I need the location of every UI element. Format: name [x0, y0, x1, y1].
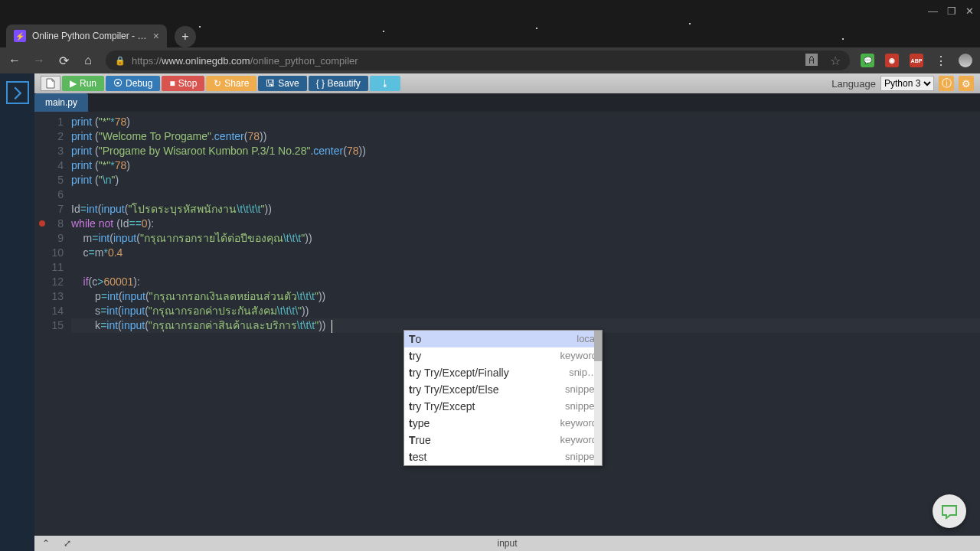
maximize-icon[interactable]: ❐ [947, 5, 956, 17]
file-tabs: main.py [34, 93, 980, 112]
home-icon[interactable]: ⌂ [81, 54, 95, 67]
extension-line-icon[interactable]: 💬 [861, 54, 874, 67]
settings-button[interactable]: ⚙ [959, 76, 974, 91]
bookmark-star-icon[interactable]: ☆ [830, 54, 841, 68]
window-titlebar: — ❐ ✕ [0, 0, 980, 21]
share-button[interactable]: ↻ Share [206, 76, 256, 91]
help-bubble-button[interactable] [933, 494, 966, 528]
new-file-button[interactable] [41, 76, 60, 91]
autocomplete-popup[interactable]: Tolocaltrykeywordtry Try/Except/Finallys… [403, 330, 603, 466]
minimize-icon[interactable]: — [928, 5, 938, 17]
url-text: https://www.onlinegdb.com/online_python_… [132, 55, 358, 67]
code-editor[interactable]: 123456789101112131415 print ("*"*78)prin… [34, 112, 980, 551]
save-button[interactable]: 🖫 Save [258, 76, 306, 91]
tab-favicon: ⚡ [14, 30, 26, 42]
run-button[interactable]: ▶ Run [62, 76, 104, 91]
app-toolbar: ▶ Run ⦿ Debug ■ Stop ↻ Share 🖫 Save { } … [34, 73, 980, 93]
browser-tabbar: ⚡ Online Python Compiler - online… × + [0, 21, 980, 47]
new-tab-button[interactable]: + [175, 26, 196, 47]
file-tab-main[interactable]: main.py [34, 93, 88, 112]
autocomplete-item[interactable]: try Try/Except/Finallysnip… [404, 364, 602, 381]
address-bar[interactable]: 🔒 https://www.onlinegdb.com/online_pytho… [106, 51, 850, 70]
autocomplete-scrollbar[interactable] [594, 331, 602, 465]
panel-toggle-icon[interactable]: ⌃ [42, 538, 50, 549]
language-label: Language [831, 78, 876, 90]
language-select[interactable]: Python 3 [880, 76, 934, 91]
line-gutter: 123456789101112131415 [34, 112, 71, 551]
debug-button[interactable]: ⦿ Debug [106, 76, 160, 91]
bottom-panel-bar[interactable]: ⌃ ⤢ input [34, 536, 980, 551]
autocomplete-item[interactable]: try Try/Except/Elsesnippet [404, 381, 602, 398]
onlinegdb-logo-icon[interactable] [6, 81, 29, 104]
left-rail [0, 73, 34, 551]
forward-icon[interactable]: → [32, 54, 46, 67]
info-button[interactable]: ⓘ [939, 76, 954, 91]
browser-tab[interactable]: ⚡ Online Python Compiler - online… × [6, 24, 167, 47]
translate-icon[interactable]: 🅰 [805, 54, 818, 67]
profile-avatar[interactable] [959, 54, 972, 67]
browser-navbar: ← → ⟳ ⌂ 🔒 https://www.onlinegdb.com/onli… [0, 47, 980, 73]
close-icon[interactable]: ✕ [965, 5, 974, 17]
download-button[interactable]: ⭳ [370, 76, 400, 91]
panel-expand-icon[interactable]: ⤢ [64, 538, 71, 549]
autocomplete-item[interactable]: Truekeyword [404, 432, 602, 448]
tab-close-icon[interactable]: × [153, 30, 159, 42]
stop-button[interactable]: ■ Stop [162, 76, 204, 91]
reload-icon[interactable]: ⟳ [57, 54, 70, 68]
autocomplete-item[interactable]: testsnippet [404, 448, 602, 465]
back-icon[interactable]: ← [8, 54, 21, 67]
panel-label: input [497, 538, 517, 549]
extension-ublock-icon[interactable]: ◉ [885, 54, 899, 67]
menu-icon[interactable]: ⋮ [934, 54, 948, 68]
beautify-button[interactable]: { } Beautify [309, 76, 368, 91]
tab-title: Online Python Compiler - online… [32, 31, 147, 41]
autocomplete-item[interactable]: trykeyword [404, 347, 602, 364]
autocomplete-item[interactable]: typekeyword [404, 415, 602, 432]
autocomplete-item[interactable]: try Try/Exceptsnippet [404, 398, 602, 415]
lock-icon: 🔒 [115, 56, 126, 66]
autocomplete-item[interactable]: Tolocal [404, 331, 602, 347]
extension-abp-icon[interactable]: ABP [910, 54, 923, 67]
